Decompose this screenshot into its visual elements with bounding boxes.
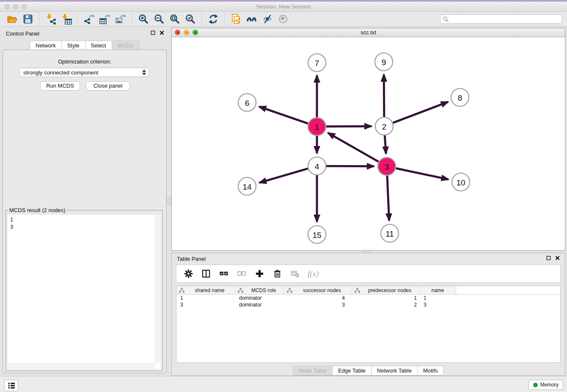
main-toolbar — [0, 12, 567, 27]
horizontal-splitter-handle[interactable] — [363, 250, 370, 252]
run-mcds-button[interactable]: Run MCDS — [40, 81, 80, 91]
delete-row-button[interactable] — [272, 269, 282, 279]
close-table-panel-icon[interactable] — [555, 256, 560, 260]
table-cell[interactable]: 1 — [176, 295, 235, 301]
hierarchy-icon — [287, 288, 292, 293]
table-tab-node-table[interactable]: Node Table — [293, 366, 333, 375]
graph-edge-1-6[interactable] — [259, 107, 308, 124]
open-session-button[interactable] — [6, 13, 18, 25]
column-header-successor-nodes[interactable]: successor nodes — [284, 286, 352, 294]
import-network-button[interactable] — [44, 13, 57, 25]
graph-node-8[interactable]: 8 — [451, 88, 469, 106]
zoom-out-icon — [154, 14, 165, 25]
table-settings-button[interactable] — [183, 269, 193, 279]
tab-mcds[interactable]: MCDS — [112, 41, 140, 50]
search-box[interactable] — [440, 14, 562, 24]
tab-style[interactable]: Style — [62, 41, 85, 50]
graph-node-2[interactable]: 2 — [375, 117, 393, 135]
tab-select[interactable]: Select — [85, 41, 112, 50]
export-network-button[interactable] — [83, 13, 95, 25]
save-session-button[interactable] — [22, 13, 34, 25]
graph-node-4[interactable]: 4 — [308, 157, 326, 175]
graph-node-11[interactable]: 11 — [381, 224, 399, 242]
float-table-panel-icon[interactable] — [546, 256, 551, 260]
table-cell[interactable]: dominator — [235, 302, 284, 308]
graph-node-7[interactable]: 7 — [308, 54, 326, 72]
table-cell[interactable]: dominator — [235, 295, 284, 301]
graph-node-label: 9 — [382, 58, 386, 67]
table-cell[interactable]: 4 — [284, 295, 352, 301]
clone-network-button[interactable] — [230, 13, 242, 25]
zoom-in-button[interactable] — [137, 13, 149, 25]
result-horizontal-scrollbar[interactable] — [8, 363, 155, 369]
unselect-all-button[interactable] — [237, 269, 247, 279]
mcds-tab-pane: Optimization criterion: strongly connect… — [3, 50, 167, 373]
table-cell[interactable]: 3 — [420, 302, 456, 308]
column-header-predecessor-nodes[interactable]: predecessor nodes — [352, 286, 420, 294]
column-header-MCDS-role[interactable]: MCDS role — [235, 286, 284, 294]
delete-row-icon — [273, 269, 282, 278]
graph-edge-4-3[interactable] — [326, 166, 374, 166]
close-panel-button[interactable]: Close panel — [86, 81, 130, 91]
hide-details-button[interactable] — [261, 13, 273, 25]
show-columns-button[interactable] — [201, 269, 211, 279]
mcds-result-area[interactable]: 13 — [8, 215, 161, 369]
graph-node-3[interactable]: 3 — [378, 157, 396, 175]
graph-node-9[interactable]: 9 — [375, 53, 393, 71]
toolbar-separator — [224, 13, 225, 25]
graph-edge-3-1[interactable] — [328, 133, 379, 162]
result-vertical-scrollbar[interactable] — [155, 215, 161, 364]
search-input[interactable] — [449, 16, 561, 23]
zoom-out-button[interactable] — [153, 13, 165, 25]
refresh-layout-icon — [208, 14, 219, 25]
panel-splitter-handle[interactable] — [168, 197, 171, 204]
graph-node-label: 10 — [456, 178, 465, 187]
graph-node-15[interactable]: 15 — [308, 226, 326, 243]
export-image-button[interactable] — [114, 13, 127, 25]
graph-edge-3-11[interactable] — [387, 176, 389, 221]
graph-edge-2-9[interactable] — [384, 75, 384, 117]
table-cell[interactable]: 3 — [284, 302, 352, 308]
table-cell[interactable]: 1 — [420, 295, 456, 301]
network-title: scc.txt — [172, 29, 565, 36]
graph-edge-1-2[interactable] — [326, 126, 372, 127]
table-row[interactable]: 1dominator411 — [176, 295, 560, 301]
table-tab-edge-table[interactable]: Edge Table — [333, 366, 372, 375]
graph-edge-2-3[interactable] — [385, 135, 386, 154]
delete-table-icon — [291, 269, 300, 278]
zoom-fit-button[interactable] — [168, 13, 181, 25]
control-panel-title: Control Panel — [6, 30, 39, 37]
tab-network[interactable]: Network — [30, 41, 62, 50]
criterion-select[interactable]: strongly connected component — [19, 68, 149, 77]
table-tab-motifs[interactable]: Motifs — [418, 366, 444, 375]
table-tab-network-table[interactable]: Network Table — [372, 366, 418, 375]
import-table-button[interactable] — [60, 13, 72, 25]
graph-node-1[interactable]: 1 — [308, 118, 326, 135]
graph-node-14[interactable]: 14 — [238, 177, 256, 195]
table-row[interactable]: 3dominator323 — [176, 301, 560, 308]
column-header-shared-name[interactable]: shared name — [176, 286, 235, 294]
memory-button[interactable]: Memory — [528, 380, 563, 390]
graph-edge-3-10[interactable] — [396, 168, 449, 179]
table-cell[interactable]: 3 — [176, 302, 235, 308]
refresh-layout-button[interactable] — [207, 13, 219, 25]
table-cell[interactable]: 2 — [352, 302, 420, 308]
network-canvas[interactable]: 7968124314101511 — [172, 37, 565, 250]
close-panel-icon[interactable] — [160, 30, 164, 35]
select-all-button[interactable] — [219, 269, 229, 279]
graph-node-6[interactable]: 6 — [238, 94, 256, 111]
graph-edge-2-8[interactable] — [393, 102, 448, 123]
graph-node-10[interactable]: 10 — [452, 173, 470, 191]
export-table-button[interactable] — [99, 13, 111, 25]
table-cell[interactable]: 1 — [352, 295, 420, 301]
add-row-button[interactable] — [254, 269, 264, 279]
import-table-icon — [61, 14, 72, 25]
task-history-button[interactable] — [4, 380, 18, 391]
hide-details-icon — [262, 14, 273, 25]
home-button[interactable] — [245, 13, 258, 25]
zoom-selected-button[interactable] — [184, 13, 196, 25]
graph-edge-4-14[interactable] — [259, 168, 308, 182]
float-panel-icon[interactable] — [151, 30, 155, 35]
show-details-button[interactable] — [277, 13, 289, 25]
column-header-name[interactable]: name — [420, 286, 456, 294]
